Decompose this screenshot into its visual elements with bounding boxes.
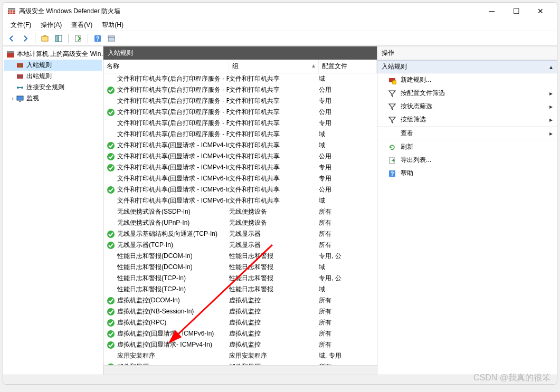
- filter-icon: [388, 102, 396, 111]
- tree-root[interactable]: 本地计算机 上的高级安全 Win…: [4, 49, 102, 60]
- action-new-rule[interactable]: 新建规则...: [377, 73, 557, 87]
- menu-help[interactable]: 帮助(H): [98, 20, 128, 31]
- rule-row[interactable]: 虚拟机监控(NB-Session-In)虚拟机监控所有: [103, 306, 377, 317]
- rule-group: 文件和打印机共享: [229, 163, 319, 172]
- enabled-icon: [107, 164, 115, 172]
- rule-row[interactable]: 性能日志和警报(TCP-In)性能日志和警报域: [103, 284, 377, 295]
- rule-row[interactable]: 文件和打印机共享(回显请求 - ICMPv6-In)文件和打印机共享专用: [103, 173, 377, 184]
- rule-row[interactable]: 无线便携式设备(UPnP-In)无线便携设备所有: [103, 217, 377, 228]
- rule-group: 应用安装程序: [229, 351, 319, 360]
- action-filter-state[interactable]: 按状态筛选 ▸: [377, 100, 557, 113]
- blank-icon: [107, 197, 115, 205]
- rule-row[interactable]: 邮件和日历邮件和日历所有: [103, 361, 377, 365]
- enabled-icon: [107, 330, 115, 338]
- list-title: 入站规则: [103, 46, 377, 60]
- collapse-icon[interactable]: ▴: [549, 63, 553, 71]
- menu-view[interactable]: 查看(V): [67, 20, 97, 31]
- rule-row[interactable]: 虚拟机监控(RPC)虚拟机监控所有: [103, 317, 377, 328]
- action-refresh[interactable]: 刷新: [377, 140, 557, 154]
- tree-monitor[interactable]: › 监视: [4, 93, 102, 104]
- enabled-icon: [107, 297, 115, 305]
- rule-name: 文件和打印机共享(回显请求 - ICMPv4-In): [117, 152, 229, 161]
- rule-group: 无线便携设备: [229, 207, 319, 216]
- svg-rect-8: [59, 35, 62, 42]
- tree-outbound[interactable]: 出站规则: [4, 71, 102, 82]
- maximize-button[interactable]: ☐: [504, 3, 528, 20]
- rule-row[interactable]: 性能日志和警报(DCOM-In)性能日志和警报域: [103, 262, 377, 273]
- help-button[interactable]: ?: [91, 33, 104, 44]
- horizontal-scrollbar[interactable]: [103, 365, 377, 375]
- svg-point-29: [107, 186, 115, 194]
- rule-row[interactable]: 性能日志和警报(TCP-In)性能日志和警报专用, 公: [103, 273, 377, 284]
- rule-name: 虚拟机监控(DCOM-In): [117, 296, 180, 305]
- show-hide-tree-button[interactable]: [52, 33, 65, 44]
- col-profile[interactable]: 配置文件: [319, 60, 377, 73]
- rule-row[interactable]: 文件和打印机共享(回显请求 - ICMPv6-In)文件和打印机共享域: [103, 195, 377, 206]
- properties-button[interactable]: [105, 33, 118, 44]
- rule-name: 无线便携式设备(SSDP-In): [117, 207, 191, 216]
- up-button[interactable]: [39, 33, 51, 44]
- action-filter-profile[interactable]: 按配置文件筛选 ▸: [377, 87, 557, 100]
- menu-file[interactable]: 文件(F): [6, 20, 35, 31]
- export-button[interactable]: [72, 33, 84, 44]
- rule-row[interactable]: 文件和打印机共享(回显请求 - ICMPv4-In)文件和打印机共享公用: [103, 151, 377, 162]
- rule-row[interactable]: 虚拟机监控(回显请求 - ICMPv6-In)虚拟机监控所有: [103, 328, 377, 339]
- rule-row[interactable]: 文件和打印机共享(后台打印程序服务 - R...文件和打印机共享域: [103, 129, 377, 140]
- blank-icon: [107, 119, 115, 128]
- rules-list[interactable]: 文件和打印机共享(后台打印程序服务 - R...文件和打印机共享域文件和打印机共…: [103, 73, 377, 365]
- expand-icon[interactable]: ›: [10, 95, 16, 102]
- minimize-button[interactable]: ─: [480, 3, 504, 20]
- rule-row[interactable]: 虚拟机监控(回显请求- ICMPv4-In)虚拟机监控所有: [103, 339, 377, 350]
- actions-pane: 操作 入站规则 ▴ 新建规则... 按配置文件筛选 ▸ 按状态筛选 ▸ 按组筛选…: [377, 46, 557, 375]
- rule-row[interactable]: 文件和打印机共享(后台打印程序服务 - R...文件和打印机共享专用: [103, 95, 377, 107]
- firewall-icon: [6, 50, 15, 59]
- tree-pane: 本地计算机 上的高级安全 Win… 入站规则 出站规则 连接安全规则 › 监视: [3, 46, 103, 375]
- rule-group: 文件和打印机共享: [229, 174, 319, 183]
- blank-icon: [107, 175, 115, 183]
- rule-row[interactable]: 文件和打印机共享(回显请求 - ICMPv6-In)文件和打印机共享公用: [103, 184, 377, 195]
- action-export[interactable]: 导出列表...: [377, 154, 557, 167]
- close-button[interactable]: ✕: [528, 3, 553, 20]
- svg-text:?: ?: [96, 35, 100, 42]
- app-window: 高级安全 Windows Defender 防火墙 ─ ☐ ✕ 文件(F) 操作…: [3, 2, 557, 385]
- rule-row[interactable]: 文件和打印机共享(后台打印程序服务 - R...文件和打印机共享专用: [103, 118, 377, 129]
- rule-row[interactable]: 无线显示器(TCP-In)无线显示器所有: [103, 240, 377, 251]
- rule-row[interactable]: 虚拟机监控(DCOM-In)虚拟机监控所有: [103, 295, 377, 306]
- col-name[interactable]: 名称: [103, 60, 229, 73]
- svg-point-39: [392, 80, 396, 84]
- forward-button[interactable]: [19, 33, 32, 44]
- rule-group: 无线显示器: [229, 230, 319, 238]
- column-headers: 名称 组▴ 配置文件: [103, 60, 377, 73]
- rule-row[interactable]: 应用安装程序应用安装程序域, 专用: [103, 350, 377, 361]
- col-group[interactable]: 组▴: [229, 60, 319, 73]
- blank-icon: [107, 219, 115, 227]
- rule-row[interactable]: 文件和打印机共享(后台打印程序服务 - R...文件和打印机共享公用: [103, 84, 377, 95]
- rule-row[interactable]: 文件和打印机共享(后台打印程序服务 - R...文件和打印机共享域: [103, 73, 377, 84]
- rule-name: 性能日志和警报(TCP-In): [117, 285, 186, 294]
- back-button[interactable]: [5, 33, 18, 44]
- rule-row[interactable]: 文件和打印机共享(回显请求 - ICMPv4-In)文件和打印机共享域: [103, 140, 377, 151]
- action-view[interactable]: 查看 ▸: [377, 127, 557, 140]
- rule-name: 性能日志和警报(DCOM-In): [117, 263, 193, 272]
- tree-conn-security[interactable]: 连接安全规则: [4, 82, 102, 93]
- tree-inbound[interactable]: 入站规则: [4, 60, 102, 71]
- action-filter-group[interactable]: 按组筛选 ▸: [377, 113, 557, 126]
- action-help[interactable]: ?帮助: [377, 167, 557, 180]
- enabled-icon: [107, 308, 115, 316]
- svg-rect-12: [108, 36, 115, 41]
- help-icon: ?: [388, 169, 396, 178]
- rule-name: 性能日志和警报(DCOM-In): [117, 252, 193, 261]
- rule-row[interactable]: 性能日志和警报(DCOM-In)性能日志和警报专用, 公: [103, 251, 377, 262]
- svg-rect-7: [55, 35, 58, 42]
- rule-row[interactable]: 无线显示基础结构反向通道(TCP-In)无线显示器所有: [103, 228, 377, 240]
- rule-row[interactable]: 无线便携式设备(SSDP-In)无线便携设备所有: [103, 206, 377, 217]
- rule-profile: 专用: [319, 163, 348, 172]
- menu-action[interactable]: 操作(A): [36, 20, 66, 31]
- rule-group: 邮件和日历: [229, 362, 319, 365]
- refresh-icon: [388, 143, 396, 151]
- blank-icon: [107, 130, 115, 139]
- rule-row[interactable]: 文件和打印机共享(后台打印程序服务 - R...文件和打印机共享公用: [103, 107, 377, 118]
- rule-group: 虚拟机监控: [229, 307, 319, 316]
- rule-row[interactable]: 文件和打印机共享(回显请求 - ICMPv4-In)文件和打印机共享专用: [103, 162, 377, 173]
- rule-group: 文件和打印机共享: [229, 185, 319, 194]
